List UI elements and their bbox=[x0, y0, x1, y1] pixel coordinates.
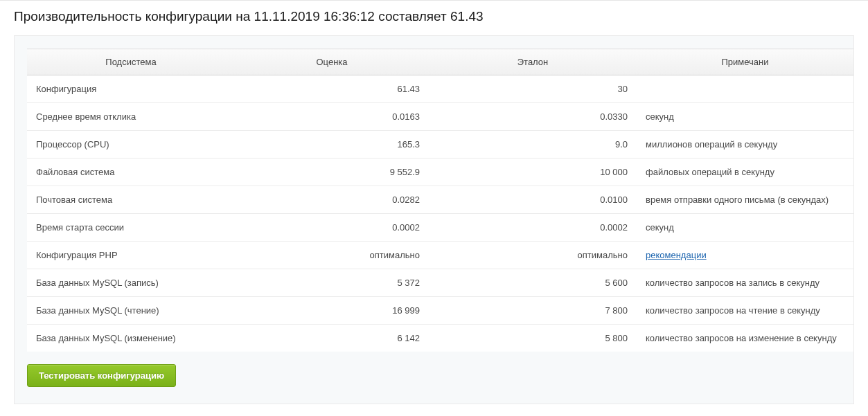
table-row: Процессор (CPU)165.39.0миллионов операци… bbox=[27, 131, 853, 159]
cell-subsystem: Среднее время отклика bbox=[27, 103, 235, 131]
page-title: Производительность конфигурации на 11.11… bbox=[0, 1, 868, 35]
cell-reference: 7 800 bbox=[429, 297, 637, 325]
header-notes: Примечани bbox=[637, 49, 853, 75]
cell-subsystem: База данных MySQL (чтение) bbox=[27, 297, 235, 325]
header-rating: Оценка bbox=[235, 49, 429, 75]
cell-subsystem: Почтовая система bbox=[27, 186, 235, 214]
table-row: Конфигурация61.4330 bbox=[27, 75, 853, 103]
cell-notes: секунд bbox=[637, 103, 853, 131]
cell-notes: количество запросов на запись в секунду bbox=[637, 269, 853, 297]
performance-table: Подсистема Оценка Эталон Примечани Конфи… bbox=[27, 48, 853, 352]
cell-reference: 0.0330 bbox=[429, 103, 637, 131]
cell-rating: 5 372 bbox=[235, 269, 429, 297]
table-row: База данных MySQL (изменение)6 1425 800к… bbox=[27, 325, 853, 352]
cell-rating: оптимально bbox=[235, 242, 429, 269]
cell-rating: 0.0163 bbox=[235, 103, 429, 131]
cell-notes: количество запросов на изменение в секун… bbox=[637, 325, 853, 352]
cell-notes: время отправки одного письма (в секундах… bbox=[637, 186, 853, 214]
table-row: Файловая система9 552.910 000файловых оп… bbox=[27, 159, 853, 186]
cell-subsystem: Файловая система bbox=[27, 159, 235, 186]
cell-subsystem: База данных MySQL (изменение) bbox=[27, 325, 235, 352]
cell-notes: файловых операций в секунду bbox=[637, 159, 853, 186]
cell-reference: оптимально bbox=[429, 242, 637, 269]
cell-subsystem: Процессор (CPU) bbox=[27, 131, 235, 159]
table-row: Время старта сессии0.00020.0002секунд bbox=[27, 214, 853, 242]
table-row: Среднее время отклика0.01630.0330секунд bbox=[27, 103, 853, 131]
cell-reference: 10 000 bbox=[429, 159, 637, 186]
table-row: База данных MySQL (чтение)16 9997 800кол… bbox=[27, 297, 853, 325]
header-reference: Эталон bbox=[429, 49, 637, 75]
cell-reference: 5 600 bbox=[429, 269, 637, 297]
cell-notes bbox=[637, 75, 853, 103]
cell-rating: 9 552.9 bbox=[235, 159, 429, 186]
cell-rating: 16 999 bbox=[235, 297, 429, 325]
cell-reference: 9.0 bbox=[429, 131, 637, 159]
cell-subsystem: База данных MySQL (запись) bbox=[27, 269, 235, 297]
cell-rating: 6 142 bbox=[235, 325, 429, 352]
header-subsystem: Подсистема bbox=[27, 49, 235, 75]
table-row: База данных MySQL (запись)5 3725 600коли… bbox=[27, 269, 853, 297]
cell-reference: 5 800 bbox=[429, 325, 637, 352]
cell-notes: рекомендации bbox=[637, 242, 853, 269]
cell-subsystem: Конфигурация PHP bbox=[27, 242, 235, 269]
cell-rating: 0.0282 bbox=[235, 186, 429, 214]
cell-subsystem: Конфигурация bbox=[27, 75, 235, 103]
cell-rating: 165.3 bbox=[235, 131, 429, 159]
cell-rating: 61.43 bbox=[235, 75, 429, 103]
table-row: Почтовая система0.02820.0100время отправ… bbox=[27, 186, 853, 214]
cell-notes: секунд bbox=[637, 214, 853, 242]
table-row: Конфигурация PHPоптимальнооптимальнореко… bbox=[27, 242, 853, 269]
test-config-button[interactable]: Тестировать конфигурацию bbox=[27, 364, 176, 387]
cell-notes: количество запросов на чтение в секунду bbox=[637, 297, 853, 325]
table-header-row: Подсистема Оценка Эталон Примечани bbox=[27, 49, 853, 75]
performance-panel: Подсистема Оценка Эталон Примечани Конфи… bbox=[14, 35, 854, 404]
cell-reference: 0.0002 bbox=[429, 214, 637, 242]
cell-reference: 30 bbox=[429, 75, 637, 103]
performance-page: Производительность конфигурации на 11.11… bbox=[0, 0, 868, 404]
cell-notes: миллионов операций в секунду bbox=[637, 131, 853, 159]
cell-rating: 0.0002 bbox=[235, 214, 429, 242]
cell-reference: 0.0100 bbox=[429, 186, 637, 214]
button-area: Тестировать конфигурацию bbox=[27, 352, 853, 387]
recommendations-link[interactable]: рекомендации bbox=[646, 250, 707, 260]
cell-subsystem: Время старта сессии bbox=[27, 214, 235, 242]
